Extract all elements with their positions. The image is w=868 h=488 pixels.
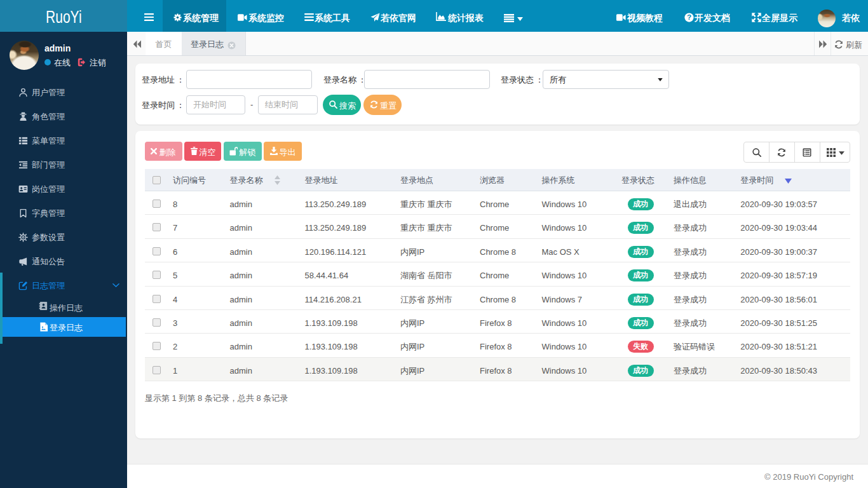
svg-text:?: ?: [687, 13, 691, 21]
